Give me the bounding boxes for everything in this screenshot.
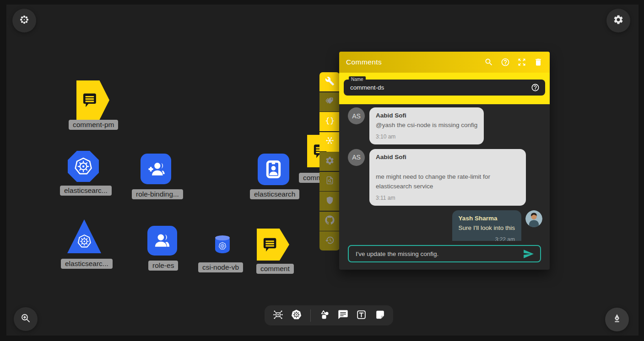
side-tool-github-button[interactable] (319, 212, 340, 231)
send-icon[interactable] (523, 248, 534, 260)
side-tool-security-button[interactable] (319, 192, 340, 211)
avatar: AS (348, 107, 365, 124)
toolbar-separator (310, 309, 311, 322)
name-field-label: Name (349, 76, 366, 82)
side-tool-settings-button[interactable] (319, 152, 340, 171)
node-label-elasticsearch-sa: elasticsearch (250, 189, 299, 199)
app-logo-button[interactable] (12, 9, 36, 32)
node-label-comment-pm: comment-pm (69, 120, 118, 130)
file-search-icon (325, 176, 335, 187)
trash-icon (534, 58, 543, 67)
message-time: 3:22 am (459, 236, 515, 241)
side-tool-kubernetes-button[interactable] (319, 132, 340, 151)
gear-icon (613, 14, 624, 27)
panel-expand-button[interactable] (517, 58, 526, 67)
hub-icon (325, 136, 335, 147)
message-time: 3:11 am (376, 195, 520, 201)
message-author: Aabid Sofi (376, 112, 477, 119)
message-list: AS Aabid Sofi @yash the csi-node is miss… (339, 104, 550, 241)
panel-body: AS Aabid Sofi @yash the csi-node is miss… (339, 104, 550, 270)
bottom-tool-comment-button[interactable] (337, 310, 349, 321)
node-label-elasticsearch-triangle: elasticsearc... (61, 259, 113, 269)
message-bubble: Aabid Sofi @yash the csi-node is missing… (369, 107, 484, 144)
message-author: Yash Sharma (459, 215, 515, 222)
message-text: Sure I'll look into this (459, 224, 515, 233)
message-bubble: Aabid Sofi me might need to change the r… (369, 149, 526, 206)
node-elasticsearch-octagon[interactable] (68, 151, 99, 182)
help-icon[interactable] (531, 83, 540, 92)
pen-tool-button[interactable] (605, 308, 629, 331)
side-tool-inspect-button[interactable] (319, 172, 340, 191)
pen-nib-icon (612, 313, 622, 326)
chat-message: AS Aabid Sofi me might need to change th… (348, 149, 542, 206)
avatar: AS (348, 149, 365, 166)
send-icon (523, 248, 534, 260)
expand-icon (517, 58, 526, 67)
side-tool-history-button[interactable] (319, 231, 340, 250)
name-section: Name (339, 73, 550, 104)
text-tool-icon (356, 309, 367, 322)
chat-input[interactable] (355, 250, 523, 258)
side-tool-configure-button[interactable] (319, 72, 340, 91)
comments-panel-header[interactable]: Comments (339, 52, 550, 73)
message-author: Aabid Sofi (376, 154, 520, 160)
shield-icon (325, 196, 335, 207)
bottom-toolbar (265, 305, 393, 325)
panel-header-icons (484, 58, 543, 67)
panel-help-button[interactable] (501, 58, 510, 67)
canvas[interactable]: comment-pmelasticsearc...role-binding...… (6, 5, 639, 336)
panel-title: Comments (346, 58, 484, 66)
node-elasticsearch-sa[interactable] (258, 154, 289, 185)
message-gap (376, 160, 520, 170)
message-text: me might need to change the rate-limit f… (376, 172, 520, 192)
node-role-binding[interactable] (141, 154, 171, 184)
node-role-es[interactable] (147, 226, 177, 256)
name-field[interactable]: Name (344, 80, 545, 96)
node-elasticsearch-triangle[interactable] (67, 219, 101, 253)
message-text: @yash the csi-node is missing config (376, 121, 477, 130)
history-icon (325, 235, 335, 247)
kubernetes-filled-icon (291, 309, 302, 322)
side-tool-json-button[interactable] (319, 112, 340, 131)
bottom-tool-integrations-button[interactable] (272, 310, 284, 321)
zoom-in-icon (20, 313, 31, 325)
tags-icon (325, 96, 335, 107)
github-icon (325, 215, 335, 227)
chat-message: Yash Sharma Sure I'll look into this 3:2… (348, 210, 542, 241)
side-tool-tags-button[interactable] (319, 92, 340, 112)
comments-panel: Comments Name AS Aabid Sofi @yash the cs… (339, 52, 550, 270)
bottom-tool-note-button[interactable] (374, 310, 385, 321)
chat-input-box[interactable] (348, 245, 541, 262)
chat-input-row (339, 241, 550, 270)
panel-search-button[interactable] (484, 58, 493, 67)
node-csi-node-vb[interactable] (215, 236, 230, 253)
zoom-button[interactable] (14, 307, 38, 331)
note-icon (374, 309, 385, 322)
node-label-elasticsearch-octagon: elasticsearc... (60, 186, 112, 196)
bottom-tool-shapes-button[interactable] (319, 310, 330, 321)
panel-delete-button[interactable] (534, 58, 543, 67)
node-label-role-es: role-es (148, 261, 178, 271)
bottom-tool-kubernetes-button[interactable] (291, 310, 302, 321)
node-label-role-binding: role-binding... (132, 189, 183, 199)
node-label-comment: comment (256, 264, 294, 274)
chat-message: AS Aabid Sofi @yash the csi-node is miss… (348, 107, 542, 144)
flower-logo-icon (19, 14, 30, 27)
braces-icon (325, 116, 335, 128)
node-comment[interactable] (257, 229, 289, 261)
help-icon (501, 58, 510, 67)
side-toolbar (319, 72, 340, 250)
name-input[interactable] (349, 84, 531, 91)
node-comment-pm[interactable] (76, 80, 109, 120)
help-icon (531, 83, 540, 92)
settings-button[interactable] (606, 9, 630, 32)
bottom-tool-text-button[interactable] (356, 310, 367, 321)
shapes-icon (319, 309, 330, 322)
gear-icon (325, 156, 335, 167)
avatar (525, 210, 542, 227)
wrench-icon (325, 76, 335, 88)
message-time: 3:10 am (376, 133, 477, 140)
integration-icon (272, 309, 284, 322)
node-label-csi-node-vb: csi-node-vb (198, 262, 243, 272)
search-icon (484, 58, 493, 67)
